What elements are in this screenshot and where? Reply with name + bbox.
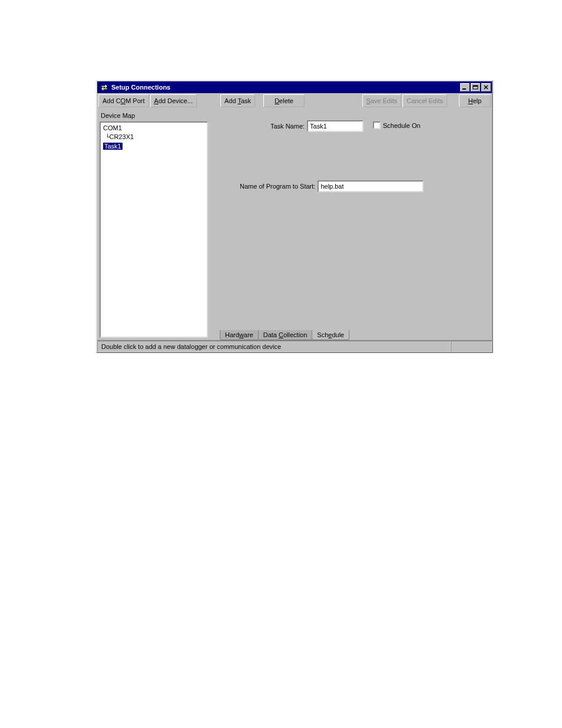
tree-branch-icon: └ [105, 134, 110, 141]
program-start-label: Name of Program to Start: [240, 183, 315, 190]
task-name-row: Task Name: [270, 120, 363, 132]
tab-hardware[interactable]: Hardware [220, 330, 259, 340]
schedule-on-label: Schedule On [383, 122, 421, 129]
bottom-tabs: Hardware Data Collection Schedule [216, 327, 488, 340]
titlebar: ⇄ Setup Connections [97, 81, 492, 93]
program-start-input[interactable] [318, 180, 424, 192]
svg-rect-2 [473, 85, 478, 87]
toolbar-gap [448, 94, 458, 107]
status-message: Double click to add a new datalogger or … [97, 341, 451, 352]
toolbar-gap [198, 94, 219, 107]
tab-data-collection[interactable]: Data Collection [258, 330, 313, 340]
add-task-button[interactable]: Add Task [220, 94, 255, 107]
close-button[interactable] [481, 83, 491, 91]
window-controls [459, 83, 491, 91]
device-map-pane: Device Map COM1 └CR23X1 Task1 [97, 108, 210, 340]
add-com-port-button[interactable]: Add COM Port [98, 94, 149, 107]
window-title: Setup Connections [111, 84, 459, 91]
schedule-on-row: Schedule On [373, 121, 421, 129]
toolbar-gap [256, 94, 262, 107]
app-icon: ⇄ [100, 83, 109, 92]
device-tree[interactable]: COM1 └CR23X1 Task1 [100, 121, 208, 338]
minimize-button[interactable] [460, 83, 470, 91]
tree-item-task1[interactable]: Task1 [103, 142, 204, 151]
svg-rect-0 [462, 88, 466, 90]
task-name-input[interactable] [307, 120, 363, 132]
device-map-label: Device Map [100, 111, 208, 121]
save-edits-button: Save Edits [362, 94, 402, 107]
properties-pane: Task Name: Schedule On Name of Program t… [213, 108, 492, 340]
body-area: Device Map COM1 └CR23X1 Task1 Task Name: [97, 108, 492, 340]
checkbox-box-icon [373, 121, 381, 129]
tree-item-com1[interactable]: COM1 [103, 124, 204, 133]
statusbar: Double click to add a new datalogger or … [97, 340, 492, 352]
toolbar-spacer [306, 94, 361, 107]
add-device-button[interactable]: Add Device... [150, 94, 197, 107]
tree-item-cr23x1[interactable]: └CR23X1 [103, 133, 204, 142]
delete-button[interactable]: Delete [263, 94, 305, 107]
program-start-row: Name of Program to Start: [240, 180, 424, 192]
schedule-on-checkbox[interactable]: Schedule On [373, 121, 421, 129]
status-extra-cell [451, 341, 492, 352]
form-area: Task Name: Schedule On Name of Program t… [216, 112, 488, 327]
task-name-label: Task Name: [270, 123, 305, 130]
help-button[interactable]: Help [459, 94, 491, 107]
setup-connections-window: ⇄ Setup Connections Add COM Port Add Dev… [96, 80, 493, 353]
cancel-edits-button: Cancel Edits [402, 94, 447, 107]
tab-schedule[interactable]: Schedule [312, 330, 349, 340]
maximize-button[interactable] [471, 83, 480, 91]
toolbar: Add COM Port Add Device... Add Task Dele… [97, 93, 492, 108]
